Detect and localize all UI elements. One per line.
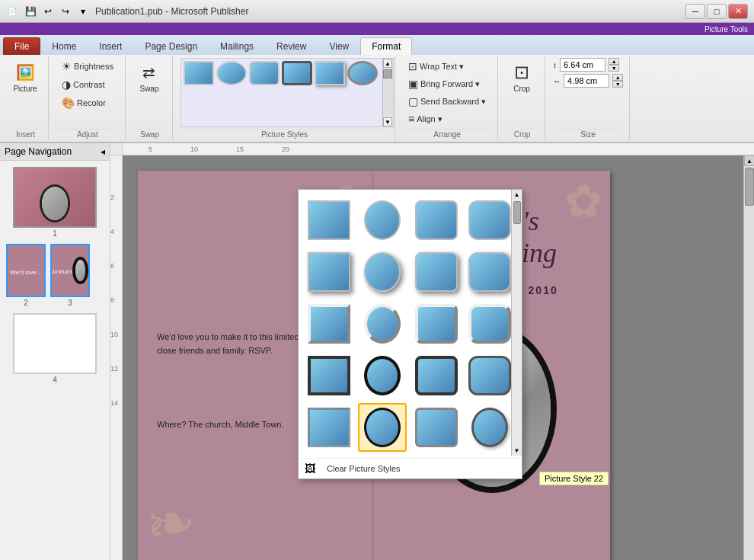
nav-page-4-thumb[interactable] xyxy=(13,313,97,374)
nav-page-group-23: We'd love... 2 Joshua's 3 xyxy=(6,244,104,307)
crop-btn[interactable]: ⊡ Crop xyxy=(506,58,538,95)
style-item-13[interactable] xyxy=(305,351,353,400)
tab-insert[interactable]: Insert xyxy=(88,37,133,55)
styles-scrollbar[interactable]: ▲ ▼ xyxy=(382,59,393,126)
height-input[interactable] xyxy=(560,58,605,72)
nav-collapse-btn[interactable]: ◂ xyxy=(101,146,105,157)
styles-preview[interactable] xyxy=(181,59,380,88)
height-up[interactable]: ▲ xyxy=(609,58,619,65)
dropdown-scroll-down[interactable]: ▼ xyxy=(512,446,522,456)
bring-forward-btn[interactable]: ▣ Bring Forward ▾ xyxy=(403,75,485,92)
ribbon-content: 🖼️ Picture Insert ☀ Brightness ◑ Contras… xyxy=(0,55,754,142)
wrap-text-btn[interactable]: ⊡ Wrap Text ▾ xyxy=(403,58,469,75)
nav-page-1[interactable]: 1 xyxy=(6,167,104,238)
nav-page-4-num: 4 xyxy=(53,376,57,384)
width-input[interactable] xyxy=(564,74,609,88)
save-btn[interactable]: 💾 xyxy=(23,4,38,19)
style-preview-6[interactable] xyxy=(347,61,378,85)
style-item-7[interactable] xyxy=(412,248,461,296)
style-item-4[interactable] xyxy=(465,196,514,245)
style-item-22[interactable] xyxy=(358,403,407,452)
style-item-1[interactable] xyxy=(305,196,353,245)
group-swap: ⇄ Swap Swap xyxy=(127,56,173,140)
align-btn[interactable]: ≡ Align ▾ xyxy=(403,110,448,127)
tab-file[interactable]: File xyxy=(3,37,40,55)
style-item-9[interactable] xyxy=(305,299,353,348)
ruler-horizontal: 5 10 15 20 xyxy=(123,143,754,155)
recolor-btn[interactable]: 🎨 Recolor xyxy=(56,94,111,111)
style-item-11[interactable] xyxy=(412,299,461,348)
canvas-scrollbar-v[interactable]: ▲ ▼ xyxy=(743,155,754,560)
maximize-btn[interactable]: □ xyxy=(707,4,727,19)
dropdown-scrollbar[interactable]: ▲ ▼ xyxy=(511,190,522,456)
tab-view[interactable]: View xyxy=(318,37,360,55)
dropdown-scrollbar-thumb[interactable] xyxy=(513,201,521,224)
group-arrange: ⊡ Wrap Text ▾ ▣ Bring Forward ▾ ▢ Send B… xyxy=(397,56,498,140)
style-item-16[interactable] xyxy=(465,351,514,400)
dropdown-scroll-up[interactable]: ▲ xyxy=(512,190,522,200)
height-spinner[interactable]: ▲ ▼ xyxy=(609,58,619,72)
nav-page-3-thumb[interactable]: Joshua's xyxy=(50,244,90,297)
style-item-10[interactable] xyxy=(358,299,407,348)
menu-btn[interactable]: ▾ xyxy=(75,4,91,19)
width-up[interactable]: ▲ xyxy=(612,74,623,81)
style-item-12[interactable] xyxy=(465,299,514,348)
style-thumb-selected xyxy=(364,408,401,447)
brightness-btn[interactable]: ☀ Brightness xyxy=(56,58,119,75)
window-controls[interactable]: ─ □ ✕ xyxy=(685,4,748,19)
style-preview-5[interactable] xyxy=(315,61,345,85)
brightness-icon: ☀ xyxy=(62,60,72,72)
tab-home[interactable]: Home xyxy=(40,37,88,55)
style-item-3[interactable] xyxy=(412,196,461,245)
scrollbar-thumb-v[interactable] xyxy=(745,168,754,206)
nav-page-2-thumb[interactable]: We'd love... xyxy=(6,244,46,297)
style-item-6[interactable] xyxy=(358,248,407,296)
clear-picture-styles-btn[interactable]: Clear Picture Styles xyxy=(321,462,406,475)
app-icon: 📄 xyxy=(6,5,18,18)
style-item-14[interactable] xyxy=(358,351,407,400)
group-picture-styles: ▲ ▼ Picture Styles xyxy=(174,56,395,140)
contrast-btn[interactable]: ◑ Contrast xyxy=(56,76,110,93)
group-insert: 🖼️ Picture Insert xyxy=(3,56,49,140)
style-thumb-shadow-1 xyxy=(308,252,350,292)
style-preview-4[interactable] xyxy=(282,61,312,85)
nav-page-2[interactable]: We'd love... 2 xyxy=(6,244,46,307)
style-item-5[interactable] xyxy=(305,248,353,296)
style-item-20[interactable] xyxy=(465,403,514,452)
tab-format[interactable]: Format xyxy=(360,37,412,55)
tab-page-design[interactable]: Page Design xyxy=(133,37,209,55)
tab-review[interactable]: Review xyxy=(265,37,318,55)
style-item-8[interactable] xyxy=(465,248,514,296)
group-crop-label: Crop xyxy=(506,129,538,139)
scrollbar-up-btn[interactable]: ▲ xyxy=(744,155,754,166)
style-item-15[interactable] xyxy=(412,351,461,400)
nav-page-3[interactable]: Joshua's 3 xyxy=(50,244,90,307)
style-preview-1[interactable] xyxy=(184,61,214,85)
redo-btn[interactable]: ↪ xyxy=(58,4,73,19)
width-spinner[interactable]: ▲ ▼ xyxy=(612,74,623,88)
picture-btn[interactable]: 🖼️ Picture xyxy=(9,58,41,95)
swap-btn[interactable]: ⇄ Swap xyxy=(133,58,165,95)
height-down[interactable]: ▼ xyxy=(609,65,619,72)
group-insert-label: Insert xyxy=(9,129,42,139)
style-item-17[interactable] xyxy=(305,403,353,452)
nav-page-2-num: 2 xyxy=(24,299,28,307)
group-crop: ⊡ Crop Crop xyxy=(500,56,545,140)
close-btn[interactable]: ✕ xyxy=(728,4,748,19)
undo-btn[interactable]: ↩ xyxy=(40,4,56,19)
minimize-btn[interactable]: ─ xyxy=(685,4,705,19)
style-preview-2[interactable] xyxy=(216,61,247,85)
width-down[interactable]: ▼ xyxy=(612,81,623,88)
nav-page-4[interactable]: 4 xyxy=(6,313,104,384)
style-item-19[interactable] xyxy=(412,403,461,452)
title-text: Publication1.pub - Microsoft Publisher xyxy=(95,6,248,17)
send-backward-btn[interactable]: ▢ Send Backward ▾ xyxy=(403,93,491,110)
nav-page-1-thumb[interactable] xyxy=(13,167,97,228)
style-thumb-oval-shadow-1 xyxy=(364,252,401,292)
style-item-2[interactable] xyxy=(358,196,407,245)
ribbon-tabs: File Home Insert Page Design Mailings Re… xyxy=(0,35,754,55)
style-thumb-rounded-shadow-1 xyxy=(415,252,458,292)
tab-mailings[interactable]: Mailings xyxy=(209,37,265,55)
style-preview-3[interactable] xyxy=(249,61,280,85)
style-thumb-oval-1 xyxy=(364,200,401,240)
